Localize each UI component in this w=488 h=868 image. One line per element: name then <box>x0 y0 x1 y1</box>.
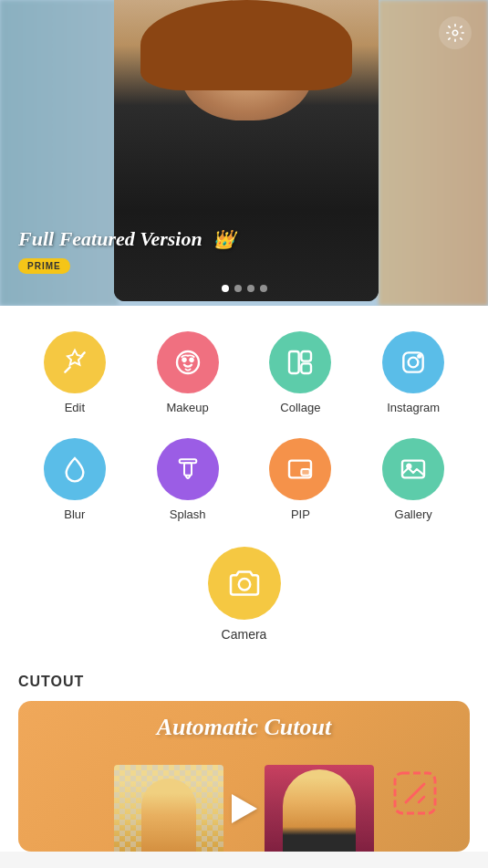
grid-icon <box>286 348 315 377</box>
arrow-icon <box>232 794 257 823</box>
blur-circle <box>44 438 106 500</box>
cutout-person-before <box>141 779 196 852</box>
brush-icon <box>173 455 202 484</box>
svg-point-11 <box>418 355 421 358</box>
collage-label: Collage <box>280 401 320 414</box>
scissors-tool-icon <box>388 766 442 824</box>
wand-icon <box>60 348 89 377</box>
hero-title: Full Featured Version 👑 <box>18 227 235 251</box>
cutout-banner-title: Automatic Cutout <box>157 714 331 741</box>
collage-circle <box>269 331 331 393</box>
svg-point-4 <box>182 359 185 361</box>
camera-section: Camera <box>0 538 488 660</box>
cutout-title: CUTOUT <box>18 674 470 690</box>
carousel-dots <box>222 285 267 292</box>
gallery-circle <box>382 438 444 500</box>
splash-label: Splash <box>170 507 206 521</box>
edit-circle <box>44 331 106 393</box>
hero-center-card <box>114 0 379 301</box>
camera-label: Camera <box>222 627 267 642</box>
tool-splash[interactable]: Splash <box>131 431 244 528</box>
cutout-img-right <box>265 765 374 852</box>
instagram-icon <box>399 348 428 377</box>
svg-point-18 <box>238 579 250 591</box>
svg-rect-13 <box>184 463 192 475</box>
image-icon <box>399 455 428 484</box>
svg-line-2 <box>82 352 85 355</box>
svg-rect-16 <box>402 461 424 478</box>
svg-line-1 <box>65 367 69 371</box>
drop-icon <box>60 455 89 484</box>
tool-edit[interactable]: Edit <box>18 324 131 422</box>
pip-icon <box>286 455 315 484</box>
svg-line-21 <box>419 797 424 802</box>
dot-4[interactable] <box>260 285 267 292</box>
pip-label: PIP <box>291 507 310 521</box>
makeup-circle <box>157 331 219 393</box>
dot-3[interactable] <box>247 285 254 292</box>
splash-circle <box>157 438 219 500</box>
makeup-label: Makeup <box>167 401 209 414</box>
cutout-banner[interactable]: Automatic Cutout <box>18 701 470 852</box>
tool-instagram[interactable]: Instagram <box>357 324 470 422</box>
camera-icon <box>226 565 263 601</box>
gallery-label: Gallery <box>395 507 432 521</box>
pip-circle <box>269 438 331 500</box>
camera-button[interactable] <box>208 547 281 620</box>
gear-icon <box>445 23 465 43</box>
svg-rect-15 <box>302 469 310 476</box>
hero-banner: Full Featured Version 👑 PRIME <box>0 0 488 306</box>
dot-1[interactable] <box>222 285 229 292</box>
cutout-arrow <box>223 788 265 829</box>
cutout-section: CUTOUT Automatic Cutout <box>0 660 488 852</box>
instagram-circle <box>382 331 444 393</box>
svg-rect-7 <box>302 351 312 361</box>
instagram-label: Instagram <box>387 401 440 414</box>
svg-point-5 <box>190 359 192 361</box>
crown-icon: 👑 <box>213 228 235 250</box>
hero-person-image <box>114 0 379 301</box>
svg-point-0 <box>452 30 458 36</box>
svg-point-10 <box>409 358 419 368</box>
tool-collage[interactable]: Collage <box>244 324 358 422</box>
settings-button[interactable] <box>439 16 472 49</box>
tool-pip[interactable]: PIP <box>244 431 358 528</box>
svg-rect-8 <box>302 363 312 373</box>
cutout-img-left <box>114 765 223 852</box>
hero-right-bg <box>379 0 488 306</box>
tool-makeup[interactable]: Makeup <box>131 324 244 422</box>
hero-title-text: Full Featured Version <box>18 227 202 250</box>
tools-section: Edit Makeup <box>0 306 488 538</box>
pen-scissors-icon <box>388 766 442 821</box>
tool-gallery[interactable]: Gallery <box>357 431 470 528</box>
dot-2[interactable] <box>234 285 242 292</box>
tool-blur[interactable]: Blur <box>18 431 131 528</box>
face-icon <box>173 348 202 377</box>
edit-label: Edit <box>65 401 85 414</box>
svg-rect-6 <box>289 351 299 373</box>
blur-label: Blur <box>64 507 85 521</box>
tools-grid: Edit Makeup <box>9 324 479 528</box>
cutout-person-after <box>283 769 356 852</box>
prime-badge[interactable]: PRIME <box>18 258 70 274</box>
